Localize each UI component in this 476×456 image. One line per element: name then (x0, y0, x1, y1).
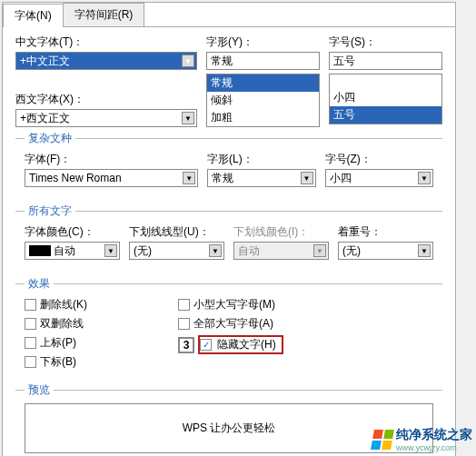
color-select[interactable]: 自动▼ (25, 242, 120, 260)
dropdown-arrow-icon: ▼ (182, 55, 194, 67)
watermark-brand: 纯净系统之家 (396, 427, 472, 443)
watermark: 纯净系统之家 www.ycwjzy.com (372, 427, 472, 452)
allcaps-label: 全部大写字母(A) (193, 316, 273, 332)
annotation-highlight: 隐藏文字(H) (198, 335, 283, 354)
underline-label: 下划线线型(U)： (129, 224, 224, 240)
style-input[interactable]: 常规 (206, 52, 320, 70)
color-label: 字体颜色(C)： (25, 224, 120, 240)
cn-font-label: 中文字体(T)： (15, 35, 197, 50)
font-dialog: 字体(N) 字符间距(R) 中文字体(T)： +中文正文▼ 字形(Y)： 常规 … (2, 2, 456, 456)
annotation-number: 3 (178, 337, 194, 353)
complex-legend: 复杂文种 (25, 131, 75, 146)
alltext-fieldset: 所有文字 字体颜色(C)： 自动▼ 下划线线型(U)： (无)▼ 下划线颜色(I… (15, 203, 442, 271)
complex-font-label: 字体(F)： (25, 152, 198, 167)
complex-size-label: 字号(Z)： (325, 152, 433, 167)
style-label: 字形(Y)： (206, 35, 320, 50)
emphasis-label: 着重号： (338, 224, 433, 240)
tab-font[interactable]: 字体(N) (3, 4, 64, 27)
subscript-label: 下标(B) (40, 354, 76, 370)
tab-strip: 字体(N) 字符间距(R) (3, 3, 455, 27)
dropdown-arrow-icon: ▼ (418, 244, 431, 257)
complex-size-select[interactable]: 小四▼ (325, 169, 433, 187)
size-listbox[interactable]: 小四 五号 (329, 74, 442, 124)
complex-style-select[interactable]: 常规▼ (207, 169, 315, 187)
emphasis-select[interactable]: (无)▼ (338, 242, 433, 260)
size-input[interactable]: 五号 (329, 52, 442, 70)
dropdown-arrow-icon: ▼ (104, 244, 117, 257)
underline-select[interactable]: (无)▼ (129, 242, 224, 260)
dropdown-arrow-icon: ▼ (182, 112, 194, 124)
superscript-checkbox[interactable] (25, 337, 36, 349)
subscript-checkbox[interactable] (25, 356, 36, 368)
dropdown-arrow-icon: ▼ (418, 172, 431, 184)
alltext-legend: 所有文字 (25, 203, 75, 219)
windows-icon (371, 430, 394, 450)
dropdown-arrow-icon: ▼ (313, 244, 326, 257)
superscript-label: 上标(P) (40, 335, 76, 351)
cn-font-select[interactable]: +中文正文▼ (15, 52, 197, 70)
size-label: 字号(S)： (329, 35, 442, 50)
color-sample (29, 245, 51, 256)
strike-label: 删除线(K) (40, 297, 87, 312)
west-font-select[interactable]: +西文正文▼ (15, 109, 197, 127)
watermark-url: www.ycwjzy.com (396, 443, 472, 452)
complex-style-label: 字形(L)： (207, 152, 315, 167)
complex-font-select[interactable]: Times New Roman▼ (25, 169, 198, 187)
dropdown-arrow-icon: ▼ (301, 172, 313, 184)
tab-spacing[interactable]: 字符间距(R) (63, 3, 145, 26)
hidden-checkbox[interactable] (200, 339, 212, 351)
smallcaps-checkbox[interactable] (178, 299, 190, 311)
hidden-label: 隐藏文字(H) (217, 337, 276, 352)
allcaps-checkbox[interactable] (178, 318, 190, 330)
dropdown-arrow-icon: ▼ (183, 172, 195, 184)
underline-color-select: 自动▼ (233, 242, 329, 260)
preview-legend: 预览 (25, 382, 54, 398)
strike-checkbox[interactable] (25, 299, 36, 311)
style-listbox[interactable]: 常规 倾斜 加粗 (206, 74, 320, 127)
effects-fieldset: 效果 删除线(K) 双删除线 上标(P) 下标(B) 小型大写字母(M) 全部大… (15, 276, 442, 377)
dropdown-arrow-icon: ▼ (209, 244, 222, 257)
west-font-label: 西文字体(X)： (15, 92, 197, 107)
complex-fieldset: 复杂文种 字体(F)： Times New Roman▼ 字形(L)： 常规▼ … (15, 131, 442, 198)
smallcaps-label: 小型大写字母(M) (193, 297, 275, 312)
dblstrike-checkbox[interactable] (25, 318, 36, 330)
effects-legend: 效果 (25, 276, 54, 292)
dblstrike-label: 双删除线 (40, 316, 84, 332)
underline-color-label: 下划线颜色(I)： (233, 224, 329, 240)
